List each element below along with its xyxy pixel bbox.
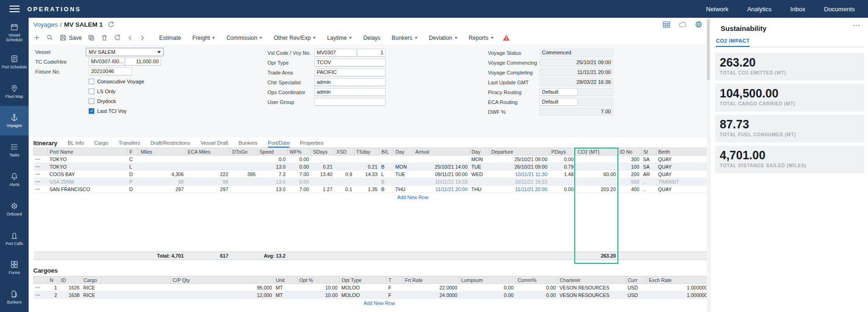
row-menu-icon[interactable] — [34, 178, 48, 186]
panel-menu-icon[interactable] — [853, 22, 860, 28]
freight-menu-button[interactable]: Freight — [192, 35, 215, 41]
cell-eca-miles: 98 — [186, 178, 230, 186]
vsl-code-field[interactable]: MV0307 — [314, 49, 357, 57]
delays-button[interactable]: Delays — [363, 35, 381, 41]
cell-departure-day: TUE — [470, 163, 489, 171]
voyage-commencing-field[interactable]: 25/10/21 09:00 — [540, 59, 613, 67]
itinerary-add-new-row-link[interactable]: Add New Row — [397, 194, 429, 200]
voy-no-field[interactable]: 1 — [357, 49, 386, 57]
sync-icon[interactable] — [107, 21, 114, 28]
dwf-field[interactable]: 7.00 — [540, 108, 613, 116]
sidebar-item-alerts[interactable]: Alerts — [0, 165, 29, 194]
tab-port-date[interactable]: Port/Date — [268, 140, 289, 148]
nav-network[interactable]: Network — [706, 6, 729, 13]
refresh-icon[interactable] — [114, 34, 121, 41]
tab-draft-restrictions[interactable]: Draft/Restrictions — [151, 140, 190, 148]
cell-departure-link[interactable]: 11/11/21 20:00 — [489, 186, 549, 193]
consecutive-voyage-checkbox[interactable]: Consecutive Voyage — [89, 79, 144, 84]
eca-routing-field[interactable]: Default — [540, 98, 578, 106]
nav-analytics[interactable]: Analytics — [747, 6, 771, 13]
piracy-routing-field[interactable]: Default — [540, 88, 578, 96]
copy-icon[interactable] — [88, 34, 95, 41]
tc-code-hire-label: TC Code/Hire — [35, 59, 67, 65]
sidebar-item-tasks[interactable]: Tasks — [0, 135, 29, 165]
trade-area-field[interactable]: PACIFIC — [314, 68, 386, 76]
scrollbar-thumb[interactable] — [707, 19, 709, 80]
tab-co2-impact[interactable]: CO2 IMPACT — [716, 38, 750, 47]
sidebar-item-port-calls[interactable]: Port Calls — [0, 224, 29, 253]
eca-routing-field-2[interactable] — [578, 98, 613, 106]
reports-menu-button[interactable]: Reports — [469, 35, 494, 41]
tc-hire-field[interactable]: 11,000.00 — [125, 58, 161, 66]
voyage-completing-field[interactable]: 11/11/21 20:00 — [540, 68, 613, 76]
commission-menu-button[interactable]: Commission — [226, 35, 262, 41]
tab-transfers[interactable]: Transfers — [119, 140, 140, 148]
sidebar-item-vessel-schedule[interactable]: Vessel Schedule — [0, 18, 29, 47]
forward-icon[interactable] — [139, 35, 145, 41]
opr-type-field[interactable]: TCOV — [314, 59, 386, 67]
table-grid-icon[interactable] — [662, 21, 670, 28]
sidebar: Vessel Schedule Port Schedule Fleet Map … — [0, 18, 29, 312]
row-menu-icon[interactable] — [34, 291, 48, 299]
cloud-sync-icon[interactable] — [678, 21, 687, 28]
tab-cargo[interactable]: Cargo — [94, 140, 108, 148]
hamburger-menu-icon[interactable] — [9, 6, 20, 12]
tc-code-field[interactable]: MV0307-I00... — [89, 58, 125, 66]
chevron-down-icon — [491, 37, 494, 39]
cell-sdays — [311, 156, 335, 163]
ops-coordinator-field[interactable]: admin — [314, 88, 386, 96]
sidebar-item-port-schedule[interactable]: Port Schedule — [0, 47, 29, 77]
tab-properties[interactable]: Properties — [300, 140, 323, 148]
drydock-checkbox[interactable]: Drydock — [89, 98, 116, 104]
col-opt-type: Opt Type — [340, 276, 387, 284]
row-menu-icon[interactable] — [34, 284, 48, 291]
cell-port-name: TOKYO — [48, 156, 128, 163]
sidebar-item-fleet-map[interactable]: Fleet Map — [0, 77, 29, 106]
other-rev-exp-menu-button[interactable]: Other Rev/Exp — [274, 35, 316, 41]
search-icon[interactable] — [46, 34, 53, 41]
nav-inbox[interactable]: Inbox — [790, 6, 805, 13]
cargo-carried-card: 104,500.00 TOTAL CARGO CARRIED (MT) — [715, 84, 864, 111]
back-icon[interactable] — [127, 35, 133, 41]
breadcrumb: Voyages / MV SALEM 1 — [29, 18, 710, 31]
sidebar-item-onboard[interactable]: Onboard — [0, 194, 29, 224]
cell-xsd: 0.1 — [335, 186, 354, 193]
estimate-button[interactable]: Estimate — [159, 35, 181, 41]
cell-pdays: 0.79 — [549, 163, 576, 171]
delete-icon[interactable] — [101, 34, 108, 41]
user-group-field[interactable] — [314, 98, 386, 106]
sidebar-item-voyages[interactable]: Voyages — [0, 106, 29, 135]
deviation-menu-button[interactable]: Deviation — [429, 35, 457, 41]
chevron-down-icon — [212, 37, 215, 39]
cell-cargo: RICE — [82, 291, 171, 299]
tab-vessel-draft[interactable]: Vessel Draft — [200, 140, 228, 148]
row-menu-icon[interactable] — [34, 186, 48, 193]
sidebar-item-bunkers[interactable]: Bunkers — [0, 282, 29, 312]
cargoes-add-new-row-link[interactable]: Add New Row — [364, 300, 395, 306]
tab-bl-info[interactable]: BL Info — [68, 140, 84, 148]
row-menu-icon[interactable] — [34, 171, 48, 178]
tab-bunkers[interactable]: Bunkers — [238, 140, 257, 148]
vessel-select[interactable]: MV SALEM — [86, 48, 164, 56]
piracy-routing-field-2[interactable] — [578, 88, 613, 96]
ls-only-checkbox[interactable]: LS Only — [89, 89, 115, 94]
cell-departure-link[interactable]: 10/11/21 11:30 — [489, 171, 549, 178]
nav-documents[interactable]: Documents — [824, 6, 855, 13]
bunkers-menu-button[interactable]: Bunkers — [392, 35, 418, 41]
add-icon[interactable] — [33, 34, 40, 41]
laytime-menu-button[interactable]: Laytime — [327, 35, 352, 41]
save-button[interactable]: Save — [60, 34, 82, 41]
last-tci-voy-checkbox[interactable]: Last TCI Voy — [89, 108, 127, 114]
chtr-specialist-field[interactable]: admin — [314, 78, 386, 86]
fixture-no-field[interactable]: 20210046 — [89, 67, 132, 75]
sidebar-item-forms[interactable]: Forms — [0, 253, 29, 282]
breadcrumb-voyages-link[interactable]: Voyages — [33, 21, 58, 28]
cell-arrival-link[interactable]: 11/11/21 20:00 — [413, 186, 470, 193]
row-menu-icon[interactable] — [34, 163, 48, 171]
voyage-status-label: Voyage Status — [488, 50, 521, 56]
globe-icon[interactable] — [695, 21, 702, 28]
validation-warning-icon[interactable] — [503, 34, 510, 41]
row-menu-icon[interactable] — [34, 156, 48, 163]
main-scrollbar[interactable] — [707, 18, 710, 312]
cell-cargo: RICE — [82, 284, 171, 291]
